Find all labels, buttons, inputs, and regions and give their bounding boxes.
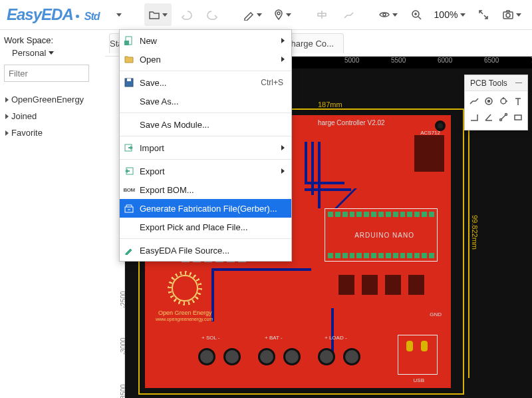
- svg-point-7: [488, 100, 490, 102]
- svg-rect-15: [127, 79, 131, 81]
- folder-open-icon: [124, 54, 134, 65]
- logo-dropdown[interactable]: [106, 3, 130, 26]
- pcb-chip: [338, 275, 354, 295]
- undo-button[interactable]: [174, 3, 198, 26]
- tree-item-joined[interactable]: Joined: [4, 108, 101, 124]
- view-menu-button[interactable]: [374, 3, 402, 26]
- menu-save-as-module[interactable]: Save As Module...: [120, 115, 291, 134]
- draw-menu-button[interactable]: [239, 3, 266, 26]
- expand-icon: [477, 9, 489, 21]
- tree-item-opengreenenergy[interactable]: OpenGreenEnergy: [4, 91, 101, 108]
- track-icon: [469, 96, 479, 106]
- align-button[interactable]: [310, 3, 334, 26]
- pcb-trace: [331, 308, 334, 355]
- chevron-right-icon: [5, 97, 9, 102]
- file-menu: New Open Save... Ctrl+S Save As... Save …: [119, 29, 292, 262]
- menu-label: Generate Fabrication File(Gerber)...: [140, 204, 277, 214]
- tool-pad[interactable]: [482, 94, 495, 108]
- menu-save[interactable]: Save... Ctrl+S: [120, 73, 291, 92]
- eye-icon: [378, 9, 390, 21]
- menu-label: Export Pick and Place File...: [140, 222, 248, 232]
- ruler-tick: 5500: [391, 57, 406, 64]
- silk-label: USB: [414, 377, 424, 383]
- zoom-level[interactable]: 100%: [431, 3, 469, 26]
- pcb-trace: [305, 188, 351, 191]
- dimension-line: [468, 118, 469, 378]
- tool-track[interactable]: [467, 94, 481, 108]
- silk-title: harge Controller V2.02: [318, 119, 385, 126]
- pcb-pad: [406, 341, 413, 351]
- tool-via[interactable]: [497, 94, 510, 108]
- workspace-label: Work Space:: [4, 35, 101, 45]
- caret-down-icon: [49, 51, 54, 55]
- menu-label: Export: [140, 166, 165, 176]
- fullscreen-button[interactable]: [471, 3, 495, 26]
- place-menu-button[interactable]: [269, 3, 296, 26]
- menu-export-pickplace[interactable]: Export Pick and Place File...: [120, 218, 291, 236]
- caret-down-icon: [516, 13, 521, 17]
- screenshot-button[interactable]: [498, 3, 525, 26]
- tool-connect[interactable]: [497, 110, 510, 124]
- zoom-button[interactable]: [404, 3, 428, 26]
- caret-down-icon: [392, 13, 398, 17]
- menu-new[interactable]: New: [120, 31, 291, 50]
- workspace-select[interactable]: Personal: [12, 48, 101, 58]
- tool-line[interactable]: [467, 110, 481, 124]
- pcb-chip: [385, 275, 401, 295]
- pcb-tools-panel[interactable]: PCB Tools: [464, 75, 528, 130]
- zoom-pct-label: 100%: [434, 9, 458, 20]
- tree-item-favorite[interactable]: Favorite: [4, 124, 101, 141]
- tool-text[interactable]: [511, 94, 525, 108]
- menu-import[interactable]: Import: [120, 138, 291, 157]
- pcb-tools-grid: [465, 91, 527, 127]
- redo-button[interactable]: [201, 3, 225, 26]
- pcb-chip: [362, 275, 378, 295]
- pcb-tools-header[interactable]: PCB Tools: [465, 75, 527, 91]
- pcb-terminal: [223, 348, 241, 365]
- silk-label: + BAT -: [265, 335, 283, 341]
- silk-brand: Open Green Energy: [158, 309, 212, 316]
- route-button[interactable]: [336, 3, 360, 26]
- menu-label: Save As...: [140, 97, 179, 106]
- menu-generate-gerber[interactable]: Generate Fabrication File(Gerber)...: [120, 199, 291, 218]
- menu-label: Save...: [140, 78, 166, 88]
- menu-save-as[interactable]: Save As...: [120, 92, 291, 110]
- chevron-right-icon: [5, 114, 9, 119]
- pcb-tools-title: PCB Tools: [470, 79, 507, 88]
- menu-open[interactable]: Open: [120, 50, 291, 69]
- menu-separator: [120, 71, 291, 71]
- minimize-icon[interactable]: [515, 83, 522, 83]
- route-icon: [342, 9, 354, 21]
- rect-icon: [513, 112, 523, 122]
- top-toolbar: EasyEDA Std 100%: [0, 0, 532, 29]
- menu-label: New: [140, 36, 157, 46]
- svg-rect-11: [515, 115, 521, 120]
- menu-separator: [120, 112, 291, 113]
- bom-icon: BOM: [124, 184, 134, 195]
- pcb-terminal: [198, 348, 215, 365]
- zoom-in-icon: [410, 9, 422, 21]
- svg-rect-13: [124, 41, 129, 45]
- silk-label: ACS712: [420, 130, 440, 136]
- tree-label: Joined: [11, 111, 37, 121]
- pad-icon: [483, 96, 494, 106]
- svg-point-5: [506, 13, 510, 17]
- menu-separator: [120, 159, 291, 160]
- menu-shortcut: Ctrl+S: [261, 78, 283, 87]
- ruler-tick: 6500: [484, 57, 499, 64]
- menu-export-bom[interactable]: BOM Export BOM...: [120, 180, 291, 199]
- file-menu-button[interactable]: [144, 3, 172, 26]
- menu-separator: [120, 136, 291, 136]
- pcb-terminal: [318, 348, 335, 365]
- pcb-trace: [305, 142, 307, 182]
- dimension-width: 187mm: [318, 100, 342, 108]
- tool-arc[interactable]: [482, 110, 495, 124]
- menu-file-source[interactable]: EasyEDA File Source...: [120, 241, 291, 260]
- menu-export[interactable]: Export: [120, 162, 291, 180]
- pcb-trace: [311, 142, 314, 195]
- app-logo: EasyEDA Std: [7, 5, 100, 24]
- tool-rect[interactable]: [511, 110, 525, 124]
- filter-input[interactable]: [4, 65, 89, 82]
- pcb-trace: [318, 142, 321, 208]
- tree-label: Favorite: [11, 128, 43, 138]
